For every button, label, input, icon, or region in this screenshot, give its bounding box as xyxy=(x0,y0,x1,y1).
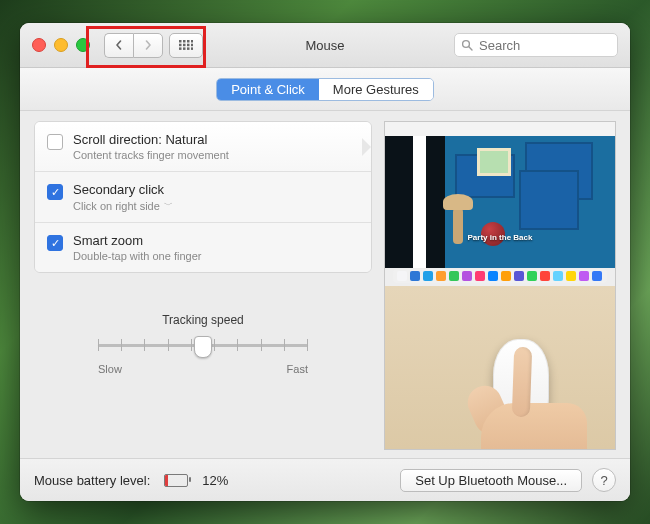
help-button[interactable]: ? xyxy=(592,468,616,492)
tracking-label: Tracking speed xyxy=(98,313,308,327)
grid-icon xyxy=(179,40,193,50)
titlebar: Mouse xyxy=(20,23,630,68)
checkbox-secondary-click[interactable] xyxy=(47,184,63,200)
preview-dock xyxy=(393,269,607,283)
option-title: Smart zoom xyxy=(73,233,201,248)
svg-rect-6 xyxy=(187,44,190,47)
chevron-right-icon xyxy=(143,40,153,50)
search-field[interactable] xyxy=(454,33,618,57)
chevron-down-icon: ﹀ xyxy=(164,199,173,212)
preview-mouse xyxy=(385,286,615,450)
option-secondary-click[interactable]: Secondary click Click on right side ﹀ xyxy=(35,172,371,223)
option-title: Scroll direction: Natural xyxy=(73,132,229,147)
slider-min-label: Slow xyxy=(98,363,122,375)
svg-rect-3 xyxy=(191,40,193,43)
option-title: Secondary click xyxy=(73,182,173,197)
option-smart-zoom[interactable]: Smart zoom Double-tap with one finger xyxy=(35,223,371,272)
slider-max-label: Fast xyxy=(287,363,308,375)
minimize-window-button[interactable] xyxy=(54,38,68,52)
tab-point-and-click[interactable]: Point & Click xyxy=(217,79,319,100)
forward-button[interactable] xyxy=(133,33,163,58)
battery-icon xyxy=(164,474,188,487)
footer: Mouse battery level: 12% Set Up Bluetoot… xyxy=(20,458,630,501)
preferences-window: Mouse Point & Click More Gestures Scroll… xyxy=(20,23,630,501)
preview-column: Party in the Back xyxy=(384,121,616,450)
svg-rect-1 xyxy=(183,40,186,43)
tab-more-gestures[interactable]: More Gestures xyxy=(319,79,433,100)
option-subtitle: Content tracks finger movement xyxy=(73,149,229,161)
search-icon xyxy=(461,39,473,51)
svg-rect-11 xyxy=(191,47,193,50)
svg-rect-8 xyxy=(179,47,182,50)
traffic-lights xyxy=(32,38,90,52)
option-scroll-direction[interactable]: Scroll direction: Natural Content tracks… xyxy=(35,122,371,172)
svg-rect-4 xyxy=(179,44,182,47)
search-input[interactable] xyxy=(477,37,611,54)
content-area: Scroll direction: Natural Content tracks… xyxy=(20,111,630,458)
options-column: Scroll direction: Natural Content tracks… xyxy=(34,121,372,450)
slider-knob[interactable] xyxy=(194,336,212,358)
show-all-button[interactable] xyxy=(169,33,203,58)
svg-rect-5 xyxy=(183,44,186,47)
back-button[interactable] xyxy=(104,33,133,58)
tab-bar: Point & Click More Gestures xyxy=(20,68,630,111)
option-subtitle[interactable]: Click on right side ﹀ xyxy=(73,199,173,212)
tracking-slider[interactable] xyxy=(98,333,308,359)
svg-rect-9 xyxy=(183,47,186,50)
svg-rect-0 xyxy=(179,40,182,43)
svg-rect-7 xyxy=(191,44,193,47)
option-subtitle: Double-tap with one finger xyxy=(73,250,201,262)
option-list: Scroll direction: Natural Content tracks… xyxy=(34,121,372,273)
svg-rect-10 xyxy=(187,47,190,50)
chevron-left-icon xyxy=(114,40,124,50)
checkbox-smart-zoom[interactable] xyxy=(47,235,63,251)
tracking-speed: Tracking speed Slow Fast xyxy=(98,313,308,375)
svg-line-13 xyxy=(469,47,472,50)
battery-label: Mouse battery level: xyxy=(34,473,150,488)
zoom-window-button[interactable] xyxy=(76,38,90,52)
svg-rect-2 xyxy=(187,40,190,43)
close-window-button[interactable] xyxy=(32,38,46,52)
battery-percent: 12% xyxy=(202,473,228,488)
checkbox-scroll-direction[interactable] xyxy=(47,134,63,150)
setup-bluetooth-button[interactable]: Set Up Bluetooth Mouse... xyxy=(400,469,582,492)
preview-caption: Party in the Back xyxy=(385,233,615,242)
preview-desktop: Party in the Back xyxy=(385,122,615,286)
